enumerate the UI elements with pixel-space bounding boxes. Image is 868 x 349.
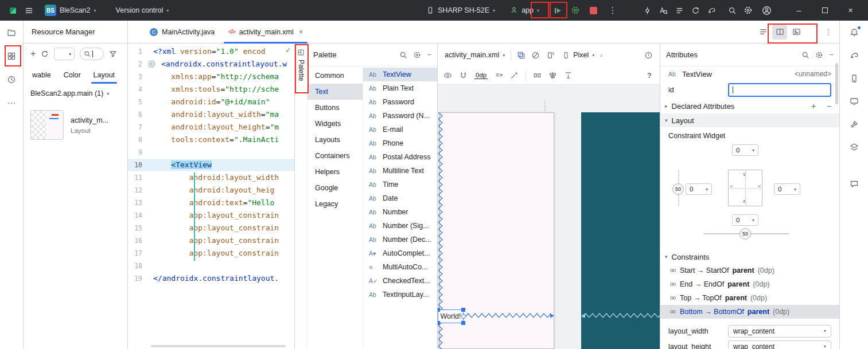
code-line[interactable]: 14 app:layout_constrain (128, 209, 294, 222)
account-avatar-icon[interactable] (758, 2, 774, 18)
category-google[interactable]: Google (308, 180, 363, 196)
palette-item[interactable]: AbPostal Address (363, 150, 437, 164)
horizontal-bias-handle[interactable]: 50 (739, 228, 751, 240)
layout-height-select[interactable]: wrap_content▾ (728, 340, 831, 349)
margin-top-select[interactable]: 0▾ (732, 144, 758, 156)
start-anchor-icon[interactable]: » (730, 184, 733, 189)
code-line[interactable]: 8 tools:context=".MainActi (128, 134, 294, 146)
code-line[interactable]: 4 xmlns:tools="http://sche (128, 83, 294, 96)
run-button[interactable] (550, 2, 566, 18)
issue-indicator-icon[interactable] (644, 51, 653, 60)
code-line[interactable]: 9 (128, 146, 294, 159)
palette-item[interactable]: AbPassword (363, 95, 437, 109)
palette-item[interactable]: AbNumber (Sig... (363, 219, 437, 233)
attributes-scrollbar[interactable] (835, 63, 838, 104)
resize-handle[interactable] (461, 308, 465, 312)
pack-horizontal-icon[interactable] (533, 71, 542, 80)
palette-item[interactable]: A▾AutoComplet... (363, 246, 437, 260)
design-canvas[interactable]: ⋮⋮ World! (438, 85, 660, 349)
build-button[interactable] (847, 117, 862, 132)
margin-left-select[interactable]: 0▾ (686, 183, 712, 195)
hide-panel-icon[interactable]: − (427, 50, 431, 59)
tab-color[interactable]: Color (57, 66, 87, 84)
close-tab-icon[interactable]: × (299, 28, 303, 36)
constraint-box[interactable]: » « ∨ ∧ (728, 170, 762, 206)
infer-constraints-wand-icon[interactable] (510, 71, 519, 80)
gear-icon[interactable] (815, 51, 823, 59)
resource-filter-combo[interactable]: ▾ (54, 48, 75, 60)
id-input[interactable] (728, 83, 831, 97)
code-line[interactable]: 19</androidx.constraintlayout. (128, 272, 294, 285)
commit-icon[interactable] (639, 2, 655, 18)
vertical-bias-handle[interactable]: 50 (672, 183, 684, 195)
task-list-icon[interactable] (671, 2, 687, 18)
code-inspection-icon[interactable] (655, 2, 671, 18)
toolbar-kebab-menu[interactable]: ⋮ (605, 2, 621, 18)
app-insights-button[interactable] (847, 177, 862, 191)
window-close-button[interactable]: × (838, 0, 863, 21)
window-maximize-button[interactable] (812, 0, 838, 21)
editor-kebab-menu[interactable]: ⋮ (821, 25, 836, 40)
constraint-row-bottom[interactable]: Bottom → BottomOf parent (0dp) (660, 305, 839, 319)
constraint-row-end[interactable]: End → EndOf parent (0dp) (660, 277, 839, 291)
default-margin-button[interactable]: 0dp (474, 72, 488, 79)
margin-bottom-select[interactable]: 0▾ (732, 214, 758, 226)
drag-handle-icon[interactable]: ⋮⋮ (542, 101, 548, 113)
palette-item[interactable]: AbPhone (363, 136, 437, 150)
gradle-button[interactable] (847, 48, 862, 63)
constraint-row-start[interactable]: Start → StartOf parent (0dp) (660, 264, 839, 277)
palette-item-textview[interactable]: AbTextView (363, 68, 437, 81)
hide-panel-icon[interactable]: − (829, 50, 834, 59)
layout-section-header[interactable]: ▾ Layout (660, 113, 839, 127)
gear-icon[interactable] (413, 51, 421, 59)
search-icon[interactable] (801, 51, 809, 59)
palette-item[interactable]: AbPassword (N... (363, 109, 437, 123)
guideline-icon[interactable] (564, 71, 573, 80)
code-line[interactable]: 12 android:layout_heig (128, 184, 294, 197)
code-line[interactable]: 16 app:layout_constrain (128, 234, 294, 247)
palette-item[interactable]: AbPlain Text (363, 81, 437, 95)
design-file-selector[interactable]: activity_main.xml ▾ (445, 51, 505, 59)
resource-manager-button[interactable] (4, 49, 19, 64)
preview-gutter-icon[interactable] (149, 61, 155, 67)
resize-handle[interactable] (438, 308, 440, 312)
help-button[interactable]: ? (647, 71, 654, 80)
search-icon[interactable] (724, 2, 740, 18)
category-helpers[interactable]: Helpers (308, 164, 363, 180)
blueprint-mode-icon[interactable] (531, 51, 540, 60)
resize-handle[interactable] (438, 321, 440, 325)
add-attribute-button[interactable]: + (808, 101, 819, 111)
magnet-autoconnect-icon[interactable] (459, 71, 468, 80)
editor-horizontal-scrollbar[interactable] (151, 345, 286, 347)
tab-drawable[interactable]: wable (26, 66, 57, 84)
history-clock-button[interactable] (4, 72, 19, 87)
design-view-button[interactable] (789, 25, 804, 40)
clear-constraints-icon[interactable] (495, 71, 503, 80)
module-selector[interactable]: BleScan2.app.main (1) ▾ (24, 84, 127, 103)
category-common[interactable]: Common (308, 68, 363, 84)
code-line[interactable]: 2<androidx.constraintlayout.w (128, 58, 294, 70)
hamburger-menu-icon[interactable] (21, 2, 37, 18)
code-line[interactable]: 18 (128, 260, 294, 272)
filter-funnel-icon[interactable] (109, 50, 117, 58)
more-tool-windows-button[interactable]: ⋯ (4, 96, 19, 111)
layout-width-select[interactable]: wrap_content▾ (728, 325, 831, 338)
align-icon[interactable] (548, 71, 557, 80)
device-type-selector[interactable]: Pixel ▾ (562, 51, 594, 59)
code-line[interactable]: 1<?xml version="1.0" encod (128, 45, 294, 58)
search-icon[interactable] (399, 51, 407, 59)
remove-attribute-button[interactable]: − (823, 101, 835, 111)
code-line[interactable]: 15 app:layout_constrain (128, 222, 294, 234)
code-line[interactable]: 6 android:layout_width="ma (128, 108, 294, 121)
sync-icon[interactable] (687, 2, 703, 18)
palette-item[interactable]: AbNumber (363, 205, 437, 219)
code-line[interactable]: 11 android:layout_width (128, 171, 294, 184)
declared-attributes-row[interactable]: ▸ Declared Attributes + − (660, 99, 839, 113)
constraint-row-top[interactable]: Top → TopOf parent (0dp) (660, 291, 839, 305)
palette-tool-tab[interactable]: Palette (294, 44, 308, 349)
stop-button[interactable] (585, 2, 601, 18)
layers-button[interactable] (847, 140, 862, 155)
tab-layout[interactable]: Layout (87, 66, 122, 84)
run-config-selector[interactable]: app ▾ (505, 4, 544, 17)
palette-item[interactable]: AbDate (363, 191, 437, 205)
